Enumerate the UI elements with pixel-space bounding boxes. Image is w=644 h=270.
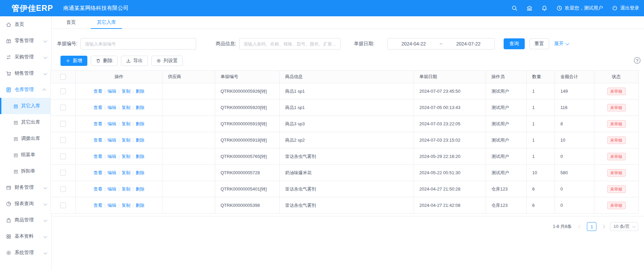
row-checkbox[interactable] [60, 88, 66, 94]
sidebar-item-retail[interactable]: 零售管理 [0, 33, 51, 49]
basic-icon [6, 234, 12, 239]
row-action-copy[interactable]: 复制 [122, 105, 130, 110]
form-icon [13, 152, 18, 158]
sidebar-item-label: 报表查询 [15, 201, 34, 207]
row-action-delete[interactable]: 删除 [136, 170, 144, 175]
row-action-edit[interactable]: 编辑 [107, 154, 116, 159]
sidebar-item-report[interactable]: 报表查询 [0, 196, 51, 212]
sidebar-item-other-outbound[interactable]: 其它出库 [0, 114, 51, 130]
sidebar-item-finance[interactable]: 财务管理 [0, 179, 51, 196]
sidebar-item-purchase[interactable]: 采购管理 [0, 49, 51, 65]
row-action-view[interactable]: 查看 [93, 203, 102, 208]
welcome-user[interactable]: 欢迎您，测试用户 [556, 5, 603, 11]
row-action-view[interactable]: 查看 [93, 170, 102, 175]
page-size-value: 10 条/页 [613, 223, 630, 230]
row-action-view[interactable]: 查看 [93, 121, 102, 126]
order-no-input[interactable] [81, 38, 196, 50]
row-checkbox[interactable] [60, 170, 66, 176]
row-action-view[interactable]: 查看 [93, 186, 102, 192]
date-from-value[interactable]: 2024-04-22 [401, 41, 426, 47]
sidebar-item-warehouse[interactable]: 仓库管理 [0, 82, 51, 98]
tab-home[interactable]: 首页 [63, 16, 79, 29]
row-action-view[interactable]: 查看 [93, 105, 102, 110]
prev-page-button[interactable] [576, 222, 584, 231]
purchase-icon [6, 54, 12, 60]
sidebar-item-sales[interactable]: 销售管理 [0, 65, 51, 82]
cell-checkbox [51, 197, 76, 214]
row-action-copy[interactable]: 复制 [122, 170, 130, 175]
expand-filters-link[interactable]: 展开 [554, 41, 568, 47]
row-action-edit[interactable]: 编辑 [107, 186, 116, 192]
action-separator: | [118, 203, 119, 208]
bell-icon[interactable] [541, 5, 547, 11]
row-action-delete[interactable]: 删除 [136, 203, 144, 208]
search-button[interactable]: 查询 [504, 38, 525, 49]
row-action-copy[interactable]: 复制 [122, 154, 130, 159]
logout-button[interactable]: 退出登录 [612, 5, 639, 11]
goods-info-input[interactable] [239, 38, 341, 50]
sidebar-item-label: 拆卸单 [21, 168, 35, 174]
sidebar-item-label: 基本资料 [15, 233, 34, 239]
delete-button[interactable]: 删除 [91, 56, 118, 66]
row-action-delete[interactable]: 删除 [136, 89, 144, 94]
row-action-edit[interactable]: 编辑 [107, 170, 116, 175]
action-separator: | [118, 121, 119, 126]
reset-button[interactable]: 重置 [529, 38, 549, 49]
sidebar-item-disassembly-order[interactable]: 拆卸单 [0, 163, 51, 179]
sidebar-item-system[interactable]: 系统管理 [0, 245, 51, 261]
cell-order-no: QTRK00000005765[转] [215, 148, 280, 165]
add-button[interactable]: 新增 [60, 56, 87, 66]
row-action-view[interactable]: 查看 [93, 89, 102, 94]
date-to-value[interactable]: 2024-07-22 [456, 41, 481, 47]
row-checkbox[interactable] [60, 202, 66, 208]
help-icon[interactable]: ? [634, 57, 641, 64]
chevron-down-icon [43, 217, 46, 223]
sidebar-item-other-inbound[interactable]: 其它入库 [0, 98, 51, 114]
row-action-edit[interactable]: 编辑 [107, 89, 116, 94]
row-action-view[interactable]: 查看 [93, 138, 102, 143]
row-checkbox[interactable] [60, 105, 66, 110]
action-separator: | [104, 203, 105, 208]
sidebar-item-basic[interactable]: 基本资料 [0, 228, 51, 245]
row-action-copy[interactable]: 复制 [122, 89, 130, 94]
row-action-delete[interactable]: 删除 [136, 186, 144, 192]
sidebar-item-transfer-outbound[interactable]: 调拨出库 [0, 130, 51, 147]
row-action-delete[interactable]: 删除 [136, 138, 144, 143]
row-action-copy[interactable]: 复制 [122, 203, 130, 208]
row-action-edit[interactable]: 编辑 [107, 105, 116, 110]
row-action-copy[interactable]: 复制 [122, 186, 130, 192]
bank-icon[interactable] [526, 5, 533, 11]
chevron-down-icon [632, 224, 636, 228]
sidebar-item-home[interactable]: 首页 [0, 16, 51, 33]
status-badge: 未审核 [607, 202, 626, 209]
next-page-button[interactable] [599, 222, 607, 231]
row-checkbox[interactable] [60, 186, 66, 192]
row-action-edit[interactable]: 编辑 [107, 121, 116, 126]
row-action-delete[interactable]: 删除 [136, 154, 144, 159]
page-number-button[interactable]: 1 [587, 222, 596, 231]
row-action-delete[interactable]: 删除 [136, 105, 144, 110]
cell-supplier [162, 83, 215, 100]
row-action-copy[interactable]: 复制 [122, 121, 130, 126]
page-size-select[interactable]: 10 条/页 [610, 222, 638, 231]
search-icon[interactable] [511, 5, 518, 11]
select-all-checkbox[interactable] [60, 74, 66, 80]
row-checkbox[interactable] [60, 137, 66, 143]
export-label: 导出 [133, 58, 143, 64]
expand-label: 展开 [554, 41, 564, 47]
row-action-edit[interactable]: 编辑 [107, 203, 116, 208]
date-range-picker[interactable]: 2024-04-22 ~ 2024-07-22 [387, 38, 495, 50]
row-checkbox[interactable] [60, 121, 66, 127]
row-action-delete[interactable]: 删除 [136, 121, 144, 126]
sidebar-item-goods[interactable]: 商品管理 [0, 212, 51, 228]
export-button[interactable]: 导出 [121, 56, 148, 66]
column-settings-button[interactable]: 列设置 [151, 56, 183, 66]
cell-operator: 仓库123 [486, 197, 527, 214]
tab-other-inbound[interactable]: 其它入库 [93, 16, 119, 29]
date-label: 单据日期: [354, 41, 375, 47]
row-action-view[interactable]: 查看 [93, 154, 102, 159]
row-action-edit[interactable]: 编辑 [107, 138, 116, 143]
sidebar-item-assembly-order[interactable]: 组装单 [0, 147, 51, 163]
row-action-copy[interactable]: 复制 [122, 138, 130, 143]
row-checkbox[interactable] [60, 154, 66, 159]
